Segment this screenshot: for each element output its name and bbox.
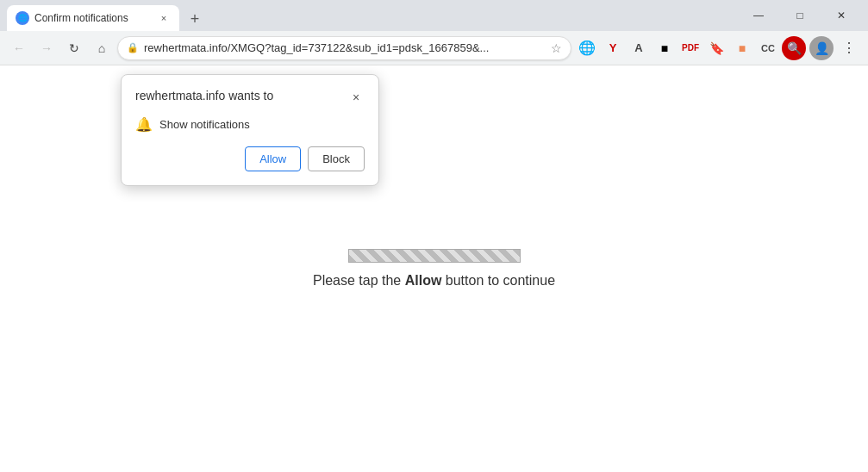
minimize-button[interactable]: —: [739, 0, 778, 31]
popup-close-button[interactable]: ×: [347, 89, 365, 106]
tap-text-after: button to continue: [441, 273, 555, 288]
refresh-button[interactable]: ↻: [62, 36, 86, 60]
close-button[interactable]: ✕: [821, 0, 861, 31]
notification-popup: rewhertmata.info wants to × 🔔 Show notif…: [121, 74, 379, 186]
page-content: rewhertmata.info wants to × 🔔 Show notif…: [0, 65, 868, 472]
tab-bar: 🌐 Confirm notifications × +: [7, 0, 735, 31]
ext-icon-globe[interactable]: 🌐: [575, 36, 599, 60]
home-button[interactable]: ⌂: [90, 36, 114, 60]
tab-close-button[interactable]: ×: [157, 11, 171, 25]
title-bar: 🌐 Confirm notifications × + — □ ✕: [0, 0, 868, 31]
ext-icon-a[interactable]: A: [627, 36, 651, 60]
popup-title: rewhertmata.info wants to: [135, 89, 273, 102]
tap-text-before: Please tap the: [313, 273, 405, 288]
tap-text-bold: Allow: [405, 273, 442, 288]
lock-icon: 🔒: [127, 42, 139, 53]
block-button[interactable]: Block: [308, 146, 365, 171]
extension-icons: 🌐 Y A ■ PDF 🔖 ■ CC 🔍: [575, 36, 806, 60]
popup-buttons: Allow Block: [135, 146, 365, 171]
ext-icon-search[interactable]: 🔍: [782, 36, 806, 60]
address-text: rewhertmata.info/XMGQ?tag_id=737122&sub_…: [144, 41, 546, 54]
popup-permission: 🔔 Show notifications: [135, 116, 365, 133]
new-tab-button[interactable]: +: [183, 7, 207, 31]
tap-instruction-text: Please tap the Allow button to continue: [313, 273, 555, 289]
maximize-button[interactable]: □: [780, 0, 820, 31]
nav-bar: ← → ↻ ⌂ 🔒 rewhertmata.info/XMGQ?tag_id=7…: [0, 31, 868, 65]
window-controls: — □ ✕: [739, 0, 861, 31]
back-button[interactable]: ←: [7, 36, 31, 60]
ext-icon-orange-square[interactable]: ■: [730, 36, 754, 60]
permission-text: Show notifications: [159, 118, 250, 131]
ext-icon-black-square[interactable]: ■: [653, 36, 677, 60]
browser-menu-button[interactable]: ⋮: [837, 36, 861, 60]
profile-button[interactable]: 👤: [809, 36, 834, 60]
popup-header: rewhertmata.info wants to ×: [135, 89, 365, 106]
browser-window: 🌐 Confirm notifications × + — □ ✕ ← → ↻ …: [0, 0, 868, 472]
active-tab[interactable]: 🌐 Confirm notifications ×: [7, 5, 179, 31]
loading-bar: [348, 249, 521, 263]
bookmark-star-icon[interactable]: ☆: [551, 41, 562, 55]
loading-bar-fill: [349, 250, 520, 262]
bell-icon: 🔔: [135, 116, 153, 133]
ext-icon-y[interactable]: Y: [601, 36, 625, 60]
ext-icon-bookmark[interactable]: 🔖: [704, 36, 728, 60]
address-bar[interactable]: 🔒 rewhertmata.info/XMGQ?tag_id=737122&su…: [117, 36, 571, 60]
tab-title: Confirm notifications: [34, 12, 152, 24]
tab-favicon: 🌐: [16, 11, 29, 25]
forward-button[interactable]: →: [34, 36, 59, 60]
allow-button[interactable]: Allow: [245, 146, 301, 171]
ext-icon-cc[interactable]: CC: [756, 36, 780, 60]
ext-icon-pdf[interactable]: PDF: [678, 36, 703, 60]
